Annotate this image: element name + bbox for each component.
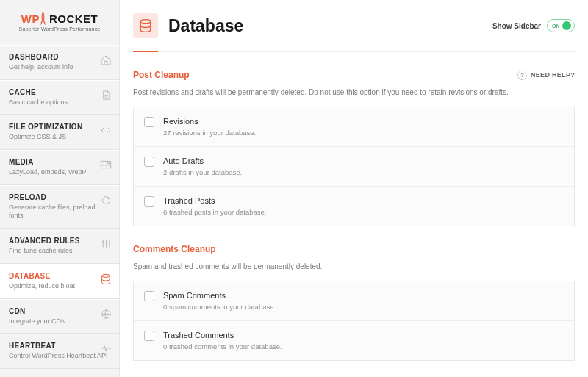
checkbox[interactable] bbox=[144, 196, 154, 207]
main-content: Database Show Sidebar ON Post Cleanup ? … bbox=[120, 0, 588, 377]
sidebar-item-preload[interactable]: PRELOAD Generate cache files, preload fo… bbox=[0, 185, 119, 229]
sliders-icon bbox=[101, 238, 112, 249]
refresh-icon bbox=[101, 195, 112, 206]
sidebar-item-label: DASHBOARD bbox=[9, 53, 110, 61]
option-sub: 0 trashed comments in your database. bbox=[163, 342, 282, 351]
option-title: Auto Drafts bbox=[163, 157, 242, 165]
show-sidebar-label: Show Sidebar bbox=[492, 22, 541, 30]
sidebar: WP ROCKET Superior WordPress Performance… bbox=[0, 0, 120, 377]
sidebar-item-sub: Optimize, reduce bloat bbox=[9, 282, 110, 291]
sidebar-item-file-opt[interactable]: FILE OPTIMIZATION Optimize CSS & JS bbox=[0, 115, 119, 150]
section-title-comments-cleanup: Comments Cleanup bbox=[133, 244, 216, 254]
option-auto-drafts[interactable]: Auto Drafts 2 drafts in your database. bbox=[134, 147, 574, 187]
sidebar-item-dashboard[interactable]: DASHBOARD Get help, account info bbox=[0, 45, 119, 80]
help-icon: ? bbox=[517, 71, 527, 80]
option-sub: 0 spam comments in your database. bbox=[163, 303, 276, 311]
sidebar-item-cdn[interactable]: CDN Integrate your CDN bbox=[0, 299, 119, 334]
option-spam-comments[interactable]: Spam Comments 0 spam comments in your da… bbox=[134, 281, 574, 321]
option-sub: 27 revisions in your database. bbox=[163, 129, 256, 137]
sidebar-item-label: PRELOAD bbox=[9, 193, 110, 201]
sidebar-item-media[interactable]: MEDIA LazyLoad, embeds, WebP bbox=[0, 150, 119, 185]
show-sidebar-toggle[interactable]: Show Sidebar ON bbox=[492, 19, 575, 32]
code-icon bbox=[100, 124, 112, 136]
svg-point-1 bbox=[107, 162, 109, 164]
option-revisions[interactable]: Revisions 27 revisions in your database. bbox=[134, 107, 574, 147]
page-title: Database bbox=[168, 16, 243, 36]
logo-tagline: Superior WordPress Performance bbox=[9, 26, 110, 32]
section-desc: Post revisions and drafts will be perman… bbox=[133, 87, 575, 98]
globe-icon bbox=[101, 309, 112, 320]
sidebar-item-label: CDN bbox=[9, 307, 110, 315]
comments-cleanup-panel: Spam Comments 0 spam comments in your da… bbox=[133, 281, 575, 361]
checkbox[interactable] bbox=[144, 117, 154, 127]
image-icon bbox=[100, 159, 112, 170]
switch-knob bbox=[562, 21, 571, 30]
svg-point-2 bbox=[102, 274, 110, 277]
svg-rect-0 bbox=[101, 161, 110, 168]
option-title: Spam Comments bbox=[163, 291, 276, 300]
home-icon bbox=[100, 54, 112, 66]
sidebar-item-label: CACHE bbox=[9, 88, 110, 96]
svg-point-4 bbox=[140, 20, 150, 24]
checkbox[interactable] bbox=[144, 157, 154, 167]
need-help-button[interactable]: ? NEED HELP? bbox=[517, 71, 575, 80]
sidebar-item-sub: Integrate your CDN bbox=[9, 317, 110, 326]
rocket-icon bbox=[40, 12, 46, 25]
option-sub: 2 drafts in your database. bbox=[163, 168, 242, 176]
option-trashed-comments[interactable]: Trashed Comments 0 trashed comments in y… bbox=[134, 321, 574, 360]
option-title: Revisions bbox=[163, 117, 256, 126]
option-sub: 6 trashed posts in your database. bbox=[163, 208, 266, 216]
sidebar-item-heartbeat[interactable]: HEARTBEAT Control WordPress Heartbeat AP… bbox=[0, 334, 119, 369]
option-title: Trashed Comments bbox=[163, 331, 282, 340]
section-desc: Spam and trashed comments will be perman… bbox=[133, 262, 575, 272]
sidebar-item-label: MEDIA bbox=[9, 158, 110, 166]
heartbeat-icon bbox=[100, 343, 112, 353]
sidebar-item-sub: Generate cache files, preload fonts bbox=[9, 204, 110, 220]
sidebar-item-database[interactable]: DATABASE Optimize, reduce bloat bbox=[0, 264, 119, 299]
sidebar-item-sub: Fine-tune cache rules bbox=[9, 247, 110, 256]
need-help-label: NEED HELP? bbox=[531, 71, 575, 79]
option-title: Trashed Posts bbox=[163, 196, 266, 205]
logo-rocket: ROCKET bbox=[49, 12, 98, 25]
logo: WP ROCKET Superior WordPress Performance bbox=[0, 0, 119, 45]
checkbox[interactable] bbox=[144, 291, 154, 301]
section-title-post-cleanup: Post Cleanup bbox=[133, 70, 190, 80]
sidebar-item-sub: LazyLoad, embeds, WebP bbox=[9, 168, 110, 177]
toggle-switch[interactable]: ON bbox=[547, 19, 575, 32]
sidebar-item-sub: Optimize CSS & JS bbox=[9, 133, 110, 142]
sidebar-item-label: ADVANCED RULES bbox=[9, 237, 110, 245]
sidebar-item-advanced[interactable]: ADVANCED RULES Fine-tune cache rules bbox=[0, 229, 119, 264]
sidebar-item-label: FILE OPTIMIZATION bbox=[9, 123, 110, 131]
switch-on-label: ON bbox=[552, 24, 560, 29]
database-icon bbox=[100, 273, 112, 285]
sidebar-item-sub: Basic cache options bbox=[9, 98, 110, 107]
sidebar-item-cache[interactable]: CACHE Basic cache options bbox=[0, 80, 119, 115]
checkbox[interactable] bbox=[144, 331, 154, 341]
logo-wp: WP bbox=[21, 12, 40, 25]
sidebar-item-sub: Control WordPress Heartbeat API bbox=[9, 352, 110, 361]
file-icon bbox=[101, 90, 112, 101]
sidebar-item-label: HEARTBEAT bbox=[9, 342, 110, 350]
sidebar-item-label: DATABASE bbox=[9, 272, 110, 280]
option-trashed-posts[interactable]: Trashed Posts 6 trashed posts in your da… bbox=[134, 187, 574, 226]
post-cleanup-panel: Revisions 27 revisions in your database.… bbox=[133, 107, 575, 226]
sidebar-item-sub: Get help, account info bbox=[9, 63, 110, 72]
database-icon bbox=[133, 13, 158, 38]
